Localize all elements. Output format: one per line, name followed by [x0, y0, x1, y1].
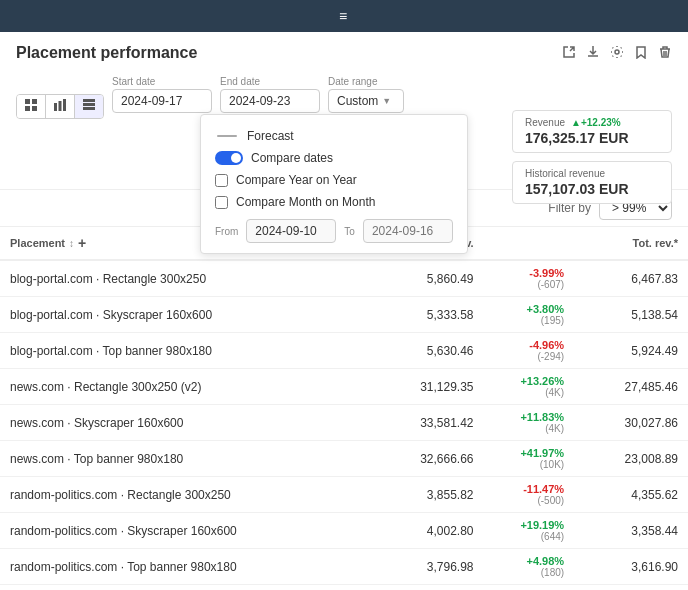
- start-date-field: Start date: [112, 76, 212, 113]
- svg-rect-10: [83, 107, 95, 110]
- compare-mom-checkbox[interactable]: [215, 196, 228, 209]
- table-row: news.com · Top banner 980x180 32,666.66 …: [0, 441, 688, 477]
- tot-rev-star-cell: 5,138.54: [574, 297, 688, 333]
- tot-rev-cell: 4,002.80: [370, 513, 484, 549]
- grid-view-button[interactable]: [17, 95, 46, 118]
- top-bar: ≡: [0, 0, 688, 32]
- trash-button[interactable]: [658, 45, 672, 62]
- delta-cell: +9.25% (1K): [484, 585, 575, 591]
- tot-rev-cell: 3,855.82: [370, 477, 484, 513]
- compare-yoy-label: Compare Year on Year: [236, 173, 357, 187]
- tot-rev-cell: 5,333.58: [370, 297, 484, 333]
- tot-rev-cell: 5,860.49: [370, 260, 484, 297]
- tot-rev-cell: 32,666.66: [370, 441, 484, 477]
- tot-rev-cell: 5,630.46: [370, 333, 484, 369]
- tot-rev-star-cell: 6,467.83: [574, 260, 688, 297]
- tot-rev-cell: 31,129.35: [370, 369, 484, 405]
- end-date-input[interactable]: [220, 89, 320, 113]
- external-link-button[interactable]: [562, 45, 576, 62]
- svg-rect-3: [25, 106, 30, 111]
- delta-column-header: [484, 227, 575, 260]
- revenue-badge: ▲+12.23%: [571, 117, 621, 128]
- end-date-label: End date: [220, 76, 320, 87]
- compare-yoy-checkbox[interactable]: [215, 174, 228, 187]
- page-header: Placement performance: [0, 32, 688, 70]
- to-date-input[interactable]: [363, 219, 453, 243]
- compare-dates-label: Compare dates: [251, 151, 333, 165]
- menu-icon: ≡: [339, 8, 349, 24]
- svg-rect-8: [83, 99, 95, 102]
- bookmark-button[interactable]: [634, 45, 648, 62]
- bar-chart-view-button[interactable]: [46, 95, 75, 118]
- compare-mom-item[interactable]: Compare Month on Month: [215, 191, 453, 213]
- table-row: blog-portal.com · Skyscraper 160x600 5,3…: [0, 297, 688, 333]
- placements-table: Placement ↕ + Tot. rev. Tot. rev.* blog-…: [0, 227, 688, 590]
- table-row: news.com · Skyscraper 160x600 33,581.42 …: [0, 405, 688, 441]
- start-date-input[interactable]: [112, 89, 212, 113]
- tot-rev-star-cell: 16,141.24: [574, 585, 688, 591]
- date-range-label: Date range: [328, 76, 404, 87]
- table-row: blog-portal.com · Top banner 980x180 5,6…: [0, 333, 688, 369]
- table-row: blog-portal.com · Rectangle 300x250 5,86…: [0, 260, 688, 297]
- revenue-cards: Revenue ▲+12.23% 176,325.17 EUR Historic…: [512, 110, 672, 204]
- compare-dates-toggle[interactable]: [215, 151, 243, 165]
- tot-rev-star-cell: 4,355.62: [574, 477, 688, 513]
- table-view-button[interactable]: [75, 95, 103, 118]
- end-date-field: End date: [220, 76, 320, 113]
- tot-rev-star-cell: 23,008.89: [574, 441, 688, 477]
- delta-cell: +11.83% (4K): [484, 405, 575, 441]
- delta-cell: -4.96% (-294): [484, 333, 575, 369]
- controls-row: Start date End date Date range Custom ▼ …: [0, 70, 688, 190]
- forecast-item: Forecast: [215, 125, 453, 147]
- sort-icon[interactable]: ↕: [69, 238, 74, 249]
- tot-rev-star-cell: 3,358.44: [574, 513, 688, 549]
- svg-rect-6: [59, 101, 62, 111]
- settings-button[interactable]: [610, 45, 624, 62]
- historical-revenue-card: Historical revenue 157,107.03 EUR: [512, 161, 672, 204]
- add-column-icon[interactable]: +: [78, 235, 86, 251]
- delta-cell: -3.99% (-607): [484, 260, 575, 297]
- page-title: Placement performance: [16, 44, 197, 62]
- header-actions: [562, 45, 672, 62]
- placement-cell: news.com · Rectangle 300x250 (v2): [0, 369, 370, 405]
- compare-dates-item[interactable]: Compare dates: [215, 147, 453, 169]
- placement-cell: blog-portal.com · Skyscraper 160x600: [0, 297, 370, 333]
- table-row: news.com · Rectangle 300x250 (v2) 31,129…: [0, 369, 688, 405]
- svg-rect-5: [54, 103, 57, 111]
- tot-rev-cell: 33,581.42: [370, 405, 484, 441]
- delta-cell: +4.98% (180): [484, 549, 575, 585]
- revenue-card: Revenue ▲+12.23% 176,325.17 EUR: [512, 110, 672, 153]
- from-date-input[interactable]: [246, 219, 336, 243]
- view-buttons: [16, 94, 104, 119]
- svg-rect-1: [25, 99, 30, 104]
- forecast-label: Forecast: [247, 129, 294, 143]
- tot-rev-star-column-header: Tot. rev.*: [574, 227, 688, 260]
- table-row: random-politics.com · Rectangle 300x250 …: [0, 477, 688, 513]
- tot-rev-star-cell: 30,027.86: [574, 405, 688, 441]
- historical-revenue-value: 157,107.03 EUR: [525, 181, 659, 197]
- svg-rect-2: [32, 99, 37, 104]
- historical-revenue-label: Historical revenue: [525, 168, 659, 179]
- tot-rev-star-cell: 27,485.46: [574, 369, 688, 405]
- chevron-down-icon: ▼: [382, 96, 391, 106]
- tot-rev-star-cell: 3,616.90: [574, 549, 688, 585]
- from-to-row: From To: [215, 219, 453, 243]
- placement-cell: random-politics.com · Rectangle 300x250: [0, 477, 370, 513]
- tot-rev-cell: 17,633.52: [370, 585, 484, 591]
- table-row: sport.com · Rectangle 300x250 17,633.52 …: [0, 585, 688, 591]
- start-date-label: Start date: [112, 76, 212, 87]
- date-range-wrapper: Date range Custom ▼: [328, 76, 404, 113]
- date-range-select[interactable]: Custom ▼: [328, 89, 404, 113]
- svg-rect-9: [83, 103, 95, 106]
- placement-cell: blog-portal.com · Rectangle 300x250: [0, 260, 370, 297]
- table-row: random-politics.com · Top banner 980x180…: [0, 549, 688, 585]
- tot-rev-cell: 3,796.98: [370, 549, 484, 585]
- placement-cell: news.com · Top banner 980x180: [0, 441, 370, 477]
- table-row: random-politics.com · Skyscraper 160x600…: [0, 513, 688, 549]
- download-button[interactable]: [586, 45, 600, 62]
- dropdown-panel: Forecast Compare dates Compare Year on Y…: [200, 114, 468, 254]
- delta-cell: +3.80% (195): [484, 297, 575, 333]
- placement-cell: blog-portal.com · Top banner 980x180: [0, 333, 370, 369]
- to-label: To: [344, 226, 355, 237]
- compare-yoy-item[interactable]: Compare Year on Year: [215, 169, 453, 191]
